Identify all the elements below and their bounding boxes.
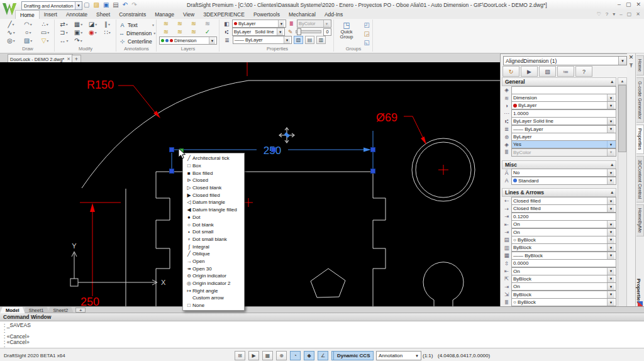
menu-item-open-30[interactable]: ↠Open 30 xyxy=(183,265,244,272)
menu-item-oblique[interactable]: ╱Oblique xyxy=(183,250,244,258)
collapse-icon[interactable]: ▴ xyxy=(611,79,613,84)
menu-item-closed[interactable]: ⊳Closed xyxy=(183,177,244,184)
chevron-down-icon[interactable]: ▼ xyxy=(75,2,82,9)
scale-icon[interactable]: ▣▾ xyxy=(71,28,86,36)
side-tab-3dcontent-central[interactable]: 3DContent Central xyxy=(636,156,644,203)
annotative-select[interactable]: Yes▼ xyxy=(511,140,616,148)
tab-constraints[interactable]: Constraints xyxy=(114,10,150,19)
chevron-down-icon[interactable]: ▼ xyxy=(607,221,614,228)
menu-item-dot-small[interactable]: •Dot small xyxy=(183,228,244,236)
layer-states-icon[interactable]: ≋ xyxy=(173,19,187,28)
chevron-down-icon[interactable]: ▼ xyxy=(607,299,614,306)
chevron-down-icon[interactable]: ▾ xyxy=(153,31,155,35)
layer-check-icon[interactable]: ✓ xyxy=(201,28,214,36)
chevron-down-icon[interactable]: ▼ xyxy=(607,141,614,148)
line-style-select[interactable]: ByLayer Solid line▼ xyxy=(511,117,616,125)
menu-item-closed-blank[interactable]: ▷Closed blank xyxy=(183,184,244,192)
ext-line-color-select[interactable]: ByBlock▼ xyxy=(511,275,616,283)
menu-item-box-filled[interactable]: ■Box filled xyxy=(183,169,244,177)
tab-annotate[interactable]: Annotate xyxy=(62,10,92,19)
line-color-selector[interactable]: ByLayer ▼ xyxy=(232,19,286,28)
menu-item-right-angle[interactable]: ↦Right angle xyxy=(183,287,244,294)
entity-selector[interactable]: AlignedDimension (1) ▼ xyxy=(503,56,627,65)
workspace-selector[interactable]: Drafting and Annotation ▼ xyxy=(21,1,82,10)
rotate-icon[interactable]: ↷▾ xyxy=(71,36,86,45)
menu-item-custom-arrow[interactable]: Custom arrow xyxy=(183,294,244,302)
chevron-down-icon[interactable]: ▼ xyxy=(607,268,614,275)
scroll-up-icon[interactable]: ▲ xyxy=(618,78,626,85)
chevron-down-icon[interactable]: ▼ xyxy=(607,94,614,101)
section-header-misc[interactable]: Misc▴ xyxy=(502,160,616,169)
menu-item-integral[interactable]: ∫Integral xyxy=(183,243,244,250)
collapse-icon[interactable]: ▴ xyxy=(611,190,613,195)
minimize-icon[interactable]: – xyxy=(618,1,621,8)
ext-line-weight-select[interactable]: ○ ByBlock▼ xyxy=(511,298,616,306)
menu-item-none[interactable]: □None xyxy=(183,302,244,309)
transparency-value[interactable]: 0 xyxy=(323,28,331,36)
esnap-icon[interactable]: ◆ xyxy=(304,351,314,360)
dynamic-ccs-button[interactable]: Dynamic CCS xyxy=(333,351,374,360)
dimension-button[interactable]: ↔Dimension▾ xyxy=(119,29,154,37)
match-properties-icon[interactable]: ▧ xyxy=(294,36,303,44)
chevron-down-icon[interactable]: ▼ xyxy=(607,252,614,259)
arrow-size-field[interactable]: 0.1200 xyxy=(511,213,616,221)
arrow-2-select[interactable]: Closed filled▼ xyxy=(511,204,616,213)
pattern-icon[interactable]: ▦▾ xyxy=(71,20,86,28)
ext-line-2-select[interactable]: On▼ xyxy=(511,282,616,291)
line-weight-select[interactable]: —— ByLayer▼ xyxy=(511,125,616,133)
ortho-icon[interactable]: ⊕ xyxy=(276,351,287,360)
polygon-icon[interactable]: ▽▾ xyxy=(36,36,53,45)
layer-freeze-icon[interactable]: ≋ xyxy=(159,28,173,36)
chevron-down-icon[interactable]: ▼ xyxy=(607,126,614,133)
open-icon[interactable]: ▨ xyxy=(93,1,99,9)
tab-sheet[interactable]: Sheet xyxy=(92,10,114,19)
radius-dimension-label[interactable]: R150 xyxy=(87,79,114,91)
palette-scrollbar[interactable]: ▲ xyxy=(618,77,627,307)
dim-line-weight-select[interactable]: —— ByBlock▼ xyxy=(511,252,616,260)
move-icon[interactable]: ⇄▾ xyxy=(57,20,71,28)
layer-preview-icon[interactable]: ≋ xyxy=(187,19,201,28)
chevron-down-icon[interactable]: ▼ xyxy=(607,244,614,251)
select-ic-icon[interactable]: ▶ xyxy=(521,66,538,77)
menu-item-datum-triangle-filled[interactable]: ◀Datum triangle filled xyxy=(183,206,244,214)
snap-icon[interactable]: ⊞ xyxy=(235,351,245,360)
layer-unisolate-icon[interactable]: ≋ xyxy=(187,28,201,36)
fillet-icon[interactable]: ◉▾ xyxy=(86,28,100,36)
side-tab-homebyme[interactable]: HomeByMe xyxy=(636,204,644,236)
trim-icon[interactable]: ⊐▾ xyxy=(57,28,71,36)
doc-minimize-icon[interactable]: – xyxy=(619,11,622,17)
dim-line-extension-field[interactable]: 0.0000 xyxy=(511,259,616,267)
ellipse-icon[interactable]: ○▾ xyxy=(19,28,36,36)
chevron-down-icon[interactable]: ▾ xyxy=(152,23,154,27)
menu-item-origin-indicator-2[interactable]: ◎Origin indicator 2 xyxy=(183,280,244,287)
etrack-icon[interactable]: ∠ xyxy=(318,351,328,360)
vertical-dimension-label[interactable]: 250 xyxy=(80,296,99,306)
doc-restore-icon[interactable]: ▢ xyxy=(627,11,632,17)
side-tab-home[interactable]: Home xyxy=(636,55,644,75)
ungroup-icon[interactable]: ◲ xyxy=(364,30,370,38)
by-color-selector[interactable]: ByColor ▼ xyxy=(297,19,331,28)
tab-manage[interactable]: Manage xyxy=(150,10,179,19)
side-tab-g-code-generator[interactable]: G-code Generator xyxy=(636,77,644,123)
quick-group-button[interactable]: ◳ Quick Group xyxy=(337,21,356,40)
property-page-icon[interactable]: ▥ xyxy=(316,36,326,44)
spline-icon[interactable]: ∿▾ xyxy=(3,28,19,36)
chevron-down-icon[interactable]: ▼ xyxy=(607,291,614,298)
tab-3dexperience[interactable]: 3DEXPERIENCE xyxy=(199,10,249,19)
side-tab-properties[interactable]: Properties xyxy=(636,125,644,153)
collapse-icon[interactable]: ▴ xyxy=(611,162,613,167)
tab-view[interactable]: View xyxy=(179,10,199,19)
chevron-down-icon[interactable]: ▼ xyxy=(607,236,614,243)
options-icon[interactable]: ↻ xyxy=(502,66,519,77)
chevron-down-icon[interactable]: ▼ xyxy=(607,177,614,184)
dim-line-color-select[interactable]: ○ ByBlock▼ xyxy=(511,236,616,244)
layers-icon[interactable]: ≋ xyxy=(201,19,214,28)
save-icon[interactable]: ▣ xyxy=(103,1,109,9)
line-style-selector[interactable]: ByLayer Solid line ▼ xyxy=(232,28,286,36)
arrow-1-select[interactable]: Closed filled▼ xyxy=(511,197,616,205)
dim-line-2-select[interactable]: On▼ xyxy=(511,228,616,236)
close-icon[interactable]: ✕ xyxy=(636,1,641,8)
tab-powertools[interactable]: Powertools xyxy=(249,10,284,19)
dim-line-style-select[interactable]: ByBlock▼ xyxy=(511,243,616,252)
plot-style-field[interactable]: ByLayer xyxy=(511,133,616,141)
